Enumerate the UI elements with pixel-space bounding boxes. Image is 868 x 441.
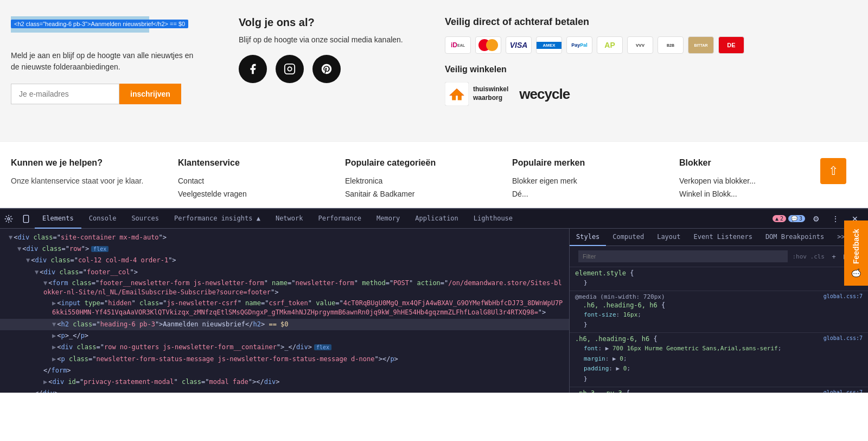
footer-col-categories-heading: Populaire categorieën <box>345 158 512 168</box>
facebook-icon[interactable] <box>239 55 267 83</box>
tab-memory[interactable]: Memory <box>369 209 407 229</box>
mastercard-payment-icon <box>475 36 501 54</box>
website-content: <h2 class="heading-6 pb-3">Aanmelden nie… <box>0 0 868 208</box>
tab-application[interactable]: Application <box>407 209 465 229</box>
tab-computed[interactable]: Computed <box>606 229 650 246</box>
styles-toolbar: Styles Computed Layout Event Listeners D… <box>570 229 868 246</box>
top-footer-section: <h2 class="heading-6 pb-3">Aanmelden nie… <box>0 0 868 141</box>
scroll-top-button[interactable]: ⇧ <box>820 158 846 184</box>
thuiswinkel-logo: thuiswinkelwaarborg <box>445 82 508 106</box>
style-prop: font-size: 16px; <box>575 310 863 320</box>
list-item[interactable]: Blokker eigen merk <box>512 177 679 185</box>
styles-filter-input[interactable] <box>578 250 788 262</box>
tab-network[interactable]: Network <box>268 209 311 229</box>
newsletter-description: Meld je aan en blijf op de hoogte van al… <box>11 50 201 73</box>
inspect-element-button[interactable] <box>0 209 17 229</box>
html-line[interactable]: ▶<p class="newsletter-form-status-messag… <box>0 354 569 365</box>
tab-lighthouse[interactable]: Lighthouse <box>466 209 520 229</box>
visa-payment-icon: VISA <box>506 36 532 54</box>
social-heading: Volg je ons al? <box>239 16 412 29</box>
style-prop: padding: ▶ 0; <box>575 364 863 374</box>
list-item[interactable]: Veelgestelde vragen <box>178 190 345 198</box>
style-rule-element: element.style { } <box>570 267 868 291</box>
tab-performance[interactable]: Performance <box>310 209 368 229</box>
svg-rect-0 <box>285 64 295 74</box>
afterpay-payment-icon: AP <box>597 36 623 54</box>
footer-col-help: Kunnen we je helpen? Onze klantenservice… <box>11 158 178 203</box>
footer-col-help-text: Onze klantenservice staat voor je klaar. <box>11 177 178 185</box>
html-line[interactable]: ▶<input type="hidden" class="js-newslett… <box>0 298 569 319</box>
html-line[interactable]: ▼<div class="site-container mx-md-auto"> <box>0 232 569 243</box>
style-prop: } <box>575 278 863 288</box>
thuiswinkel-icon <box>445 82 469 106</box>
tab-event-listeners[interactable]: Event Listeners <box>687 229 759 246</box>
paypal-payment-icon: PayPal <box>566 36 592 54</box>
list-item[interactable]: Sanitair & Badkamer <box>345 190 512 198</box>
html-line-selected[interactable]: ▼<h2 class="heading-6 pb-3">Aanmelden ni… <box>0 319 569 330</box>
instagram-icon[interactable] <box>276 55 304 83</box>
tab-sources[interactable]: Sources <box>124 209 167 229</box>
html-line[interactable]: ▶<div class="row no-gutters js-newslette… <box>0 342 569 353</box>
footer-col-help-heading: Kunnen we je helpen? <box>11 158 178 168</box>
html-line[interactable]: ▼<div class="row">flex <box>0 243 569 255</box>
html-line[interactable]: </form> <box>0 365 569 376</box>
style-rule-heading6: .h6, .heading-6, h6 { global.css:7 font:… <box>570 333 868 387</box>
message-badge: 💬 3 <box>788 215 805 222</box>
style-source: global.css:7 <box>824 293 863 299</box>
footer-col-klantenservice: Klantenservice Contact Veelgestelde vrag… <box>178 158 345 203</box>
elements-panel: ▼<div class="site-container mx-md-auto">… <box>0 229 570 393</box>
tab-dom-breakpoints[interactable]: DOM Breakpoints <box>759 229 831 246</box>
list-item[interactable]: Dé... <box>512 190 679 198</box>
device-toolbar-button[interactable] <box>17 209 35 229</box>
tab-console[interactable]: Console <box>81 209 124 229</box>
tab-layout[interactable]: Layout <box>650 229 687 246</box>
html-line[interactable]: ▶<p>_</p> <box>0 330 569 342</box>
email-input[interactable] <box>11 84 119 104</box>
amex-payment-icon: AMEX <box>536 36 562 54</box>
svg-point-7 <box>8 218 10 220</box>
element-tag-label: <h2 class="heading-6 pb-3">Aanmelden nie… <box>11 20 188 28</box>
categories-list: Elektronica Sanitair & Badkamer <box>345 177 512 198</box>
veilig-winkelen-heading: Veilig winkelen <box>445 65 846 74</box>
settings-button[interactable]: ⚙ <box>807 209 825 229</box>
style-selector: .pb-3, .py-3 { global.css:7 <box>575 389 863 393</box>
style-selector: .h6, .heading-6, h6 { global.css:7 <box>575 335 863 343</box>
style-source: global.css:7 <box>824 389 863 393</box>
style-prop: } <box>575 374 863 385</box>
feedback-button[interactable]: 💬 Feedback <box>844 220 868 286</box>
trust-logos: thuiswinkelwaarborg wecycle <box>445 82 846 106</box>
add-style-button[interactable]: + <box>828 250 840 262</box>
style-rule-pb3: .pb-3, .py-3 { global.css:7 padding-bott… <box>570 387 868 393</box>
tab-styles[interactable]: Styles <box>570 229 606 246</box>
subscribe-button[interactable]: inschrijven <box>119 84 181 104</box>
devtools-toolbar: Elements Console Sources Performance ins… <box>0 209 868 229</box>
ideal-payment-icon: iD EAL <box>445 36 471 54</box>
tab-performance-insights[interactable]: Performance insights ▲ <box>167 209 268 229</box>
style-selector: .h6, .heading-6, h6 { <box>575 301 863 309</box>
html-line[interactable]: ▼<form class="footer__newsletter-form js… <box>0 278 569 299</box>
style-prop: margin: ▶ 0; <box>575 354 863 364</box>
html-line[interactable]: ▼<div class="col-12 col-md-4 order-1"> <box>0 255 569 266</box>
style-prop: font: ▶ 700 16px Hurme Geometric Sans,Ar… <box>575 344 863 354</box>
list-item[interactable]: Contact <box>178 177 345 185</box>
newsletter-heading-wrapper: <h2 class="heading-6 pb-3">Aanmelden nie… <box>11 16 149 41</box>
style-rule-media-h6: @media (min-width: 720px) global.css:7 .… <box>570 291 868 333</box>
feedback-label: Feedback <box>852 229 860 264</box>
html-line[interactable]: </div> <box>0 388 569 393</box>
list-item[interactable]: Elektronica <box>345 177 512 185</box>
html-line[interactable]: ▼<div class="footer__col"> <box>0 267 569 278</box>
payment-heading: Veilig direct of achteraf betalen <box>445 16 846 28</box>
more-options-button[interactable]: ⋮ <box>827 209 844 229</box>
warning-badge: ▲ 2 <box>773 215 786 222</box>
style-prop: } <box>575 320 863 330</box>
devtools-body: ▼<div class="site-container mx-md-auto">… <box>0 229 868 393</box>
b2b-payment-icon: B2B <box>658 36 684 54</box>
pinterest-icon[interactable] <box>312 55 341 83</box>
html-line[interactable]: ▶<div id="privacy-statement-modal" class… <box>0 376 569 388</box>
list-item[interactable]: Winkel in Blokk... <box>679 190 846 198</box>
footer-col-klantenservice-heading: Klantenservice <box>178 158 345 168</box>
tab-elements[interactable]: Elements <box>35 209 81 229</box>
social-column: Volg je ons al? Blijf op de hoogte via o… <box>217 16 434 125</box>
feedback-icon: 💬 <box>852 268 860 278</box>
wecycle-logo: wecycle <box>519 86 570 103</box>
